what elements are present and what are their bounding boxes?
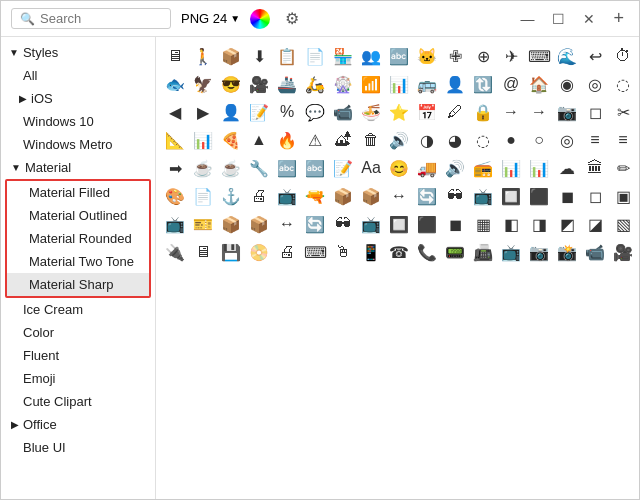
icon-cell[interactable]: 🖨 [246, 183, 272, 209]
icon-cell[interactable]: % [274, 99, 300, 125]
icon-cell[interactable]: 📺 [162, 211, 188, 237]
icon-cell[interactable]: 🚌 [414, 71, 440, 97]
icon-cell[interactable]: ≡ [638, 127, 639, 153]
sidebar-item-material-outlined[interactable]: Material Outlined [7, 204, 149, 227]
icon-cell[interactable]: 📄 [190, 183, 216, 209]
icon-cell[interactable]: 📺 [274, 183, 300, 209]
icon-cell[interactable]: 🏕 [330, 127, 356, 153]
minimize-button[interactable]: — [515, 9, 539, 29]
icon-cell[interactable]: ◑ [414, 127, 440, 153]
icon-cell[interactable]: 🏠 [526, 71, 552, 97]
icon-cell[interactable]: 🎡 [330, 71, 356, 97]
sidebar-item-windows10[interactable]: Windows 10 [1, 110, 155, 133]
close-button[interactable]: ✕ [578, 9, 600, 29]
color-picker[interactable] [250, 9, 270, 29]
icon-cell[interactable]: ⊕ [470, 43, 496, 69]
icon-cell[interactable]: 📄 [302, 43, 328, 69]
sidebar-item-all[interactable]: All [1, 64, 155, 87]
sidebar-item-fluent[interactable]: Fluent [1, 344, 155, 367]
icon-cell[interactable]: 🕶 [330, 211, 356, 237]
icon-cell[interactable]: 📅 [414, 99, 440, 125]
icon-cell[interactable]: ◎ [554, 127, 580, 153]
sidebar-item-material-twotone[interactable]: Material Two Tone [7, 250, 149, 273]
sidebar-item-office[interactable]: ▶ Office [1, 413, 155, 436]
icon-cell[interactable]: 🦅 [190, 71, 216, 97]
icon-cell[interactable]: ● [498, 127, 524, 153]
icon-cell[interactable]: 🔃 [470, 71, 496, 97]
icon-cell[interactable]: ▧ [610, 211, 636, 237]
icon-cell[interactable]: ☎ [386, 239, 412, 265]
icon-cell[interactable]: 📦 [218, 43, 244, 69]
icon-cell[interactable]: 📦 [358, 183, 384, 209]
icon-cell[interactable]: 🔤 [302, 155, 328, 181]
search-input[interactable] [40, 11, 170, 26]
icon-cell[interactable]: 📹 [582, 239, 608, 265]
icon-cell[interactable]: 🔤 [274, 155, 300, 181]
icon-cell[interactable]: ☁ [554, 155, 580, 181]
icon-cell[interactable]: 📊 [526, 155, 552, 181]
icon-cell[interactable]: 🛵 [302, 71, 328, 97]
sidebar-item-ice-cream[interactable]: Ice Cream [1, 298, 155, 321]
icon-cell[interactable]: 📦 [330, 183, 356, 209]
icon-cell[interactable]: 📺 [470, 183, 496, 209]
icon-cell[interactable]: ◧ [498, 211, 524, 237]
icon-cell[interactable]: 📶 [358, 71, 384, 97]
icon-cell[interactable]: 👤 [442, 71, 468, 97]
icon-cell[interactable]: 🎫 [190, 211, 216, 237]
icon-cell[interactable]: ≡ [610, 127, 636, 153]
icon-cell[interactable]: 👥 [358, 43, 384, 69]
icon-cell[interactable]: Aa [358, 155, 384, 181]
icon-cell[interactable]: ⬛ [414, 211, 440, 237]
icon-cell[interactable]: 📦 [218, 211, 244, 237]
icon-cell[interactable]: 🔊 [442, 155, 468, 181]
icon-cell[interactable]: 📀 [246, 239, 272, 265]
icon-cell[interactable]: 🖱 [330, 239, 356, 265]
icon-cell[interactable]: 🔤 [386, 43, 412, 69]
icon-cell[interactable]: 📺 [498, 239, 524, 265]
format-selector[interactable]: PNG 24 ▼ [181, 11, 240, 26]
icon-cell[interactable]: 🐟 [162, 71, 188, 97]
icon-cell[interactable]: 📐 [162, 127, 188, 153]
icon-cell[interactable]: ⌨ [302, 239, 328, 265]
icon-cell[interactable]: ➡ [162, 155, 188, 181]
icon-cell[interactable]: 🎥 [610, 239, 636, 265]
icon-cell[interactable]: 🐱 [414, 43, 440, 69]
icon-cell[interactable]: ⭐ [386, 99, 412, 125]
icon-cell[interactable]: ↔ [274, 211, 300, 237]
icon-cell[interactable]: ◻ [582, 99, 608, 125]
icon-cell[interactable]: 🏛 [582, 155, 608, 181]
icon-cell[interactable]: ◪ [582, 211, 608, 237]
icon-cell[interactable]: 🔧 [246, 155, 272, 181]
icon-cell[interactable]: ▦ [470, 211, 496, 237]
icon-cell[interactable]: 📽 [638, 239, 639, 265]
icon-cell[interactable]: 🌊 [554, 43, 580, 69]
icon-cell[interactable]: 📷 [526, 239, 552, 265]
icon-cell[interactable]: 🔫 [302, 183, 328, 209]
sidebar-item-material-filled[interactable]: Material Filled [7, 181, 149, 204]
icon-cell[interactable]: @ [498, 71, 524, 97]
icon-cell[interactable]: 🔔 [638, 99, 639, 125]
sidebar-item-ios[interactable]: ▶ iOS [1, 87, 155, 110]
icon-cell[interactable]: ☰ [638, 71, 639, 97]
add-button[interactable]: + [608, 6, 629, 31]
icon-cell[interactable]: 🔊 [386, 127, 412, 153]
icon-cell[interactable]: ⏱ [610, 43, 636, 69]
icon-cell[interactable]: 🗑 [358, 127, 384, 153]
icon-cell[interactable]: 📊 [386, 71, 412, 97]
icon-cell[interactable]: 🍕 [218, 127, 244, 153]
icon-cell[interactable]: ☕ [218, 155, 244, 181]
icon-cell[interactable]: 🔥 [274, 127, 300, 153]
sidebar-item-styles[interactable]: ▼ Styles [1, 41, 155, 64]
icon-cell[interactable]: 🏪 [330, 43, 356, 69]
sidebar-item-windows-metro[interactable]: Windows Metro [1, 133, 155, 156]
icon-cell[interactable]: 🔒 [470, 99, 496, 125]
icon-cell[interactable]: ◻ [582, 183, 608, 209]
icon-cell[interactable]: 🚚 [414, 155, 440, 181]
icon-cell[interactable]: 📺 [358, 211, 384, 237]
icon-cell[interactable]: 📋 [274, 43, 300, 69]
icon-cell[interactable]: ✂ [610, 99, 636, 125]
icon-cell[interactable]: ◀ [162, 99, 188, 125]
icon-cell[interactable]: 📝 [246, 99, 272, 125]
icon-cell[interactable]: ◕ [442, 127, 468, 153]
icon-cell[interactable]: 📠 [470, 239, 496, 265]
